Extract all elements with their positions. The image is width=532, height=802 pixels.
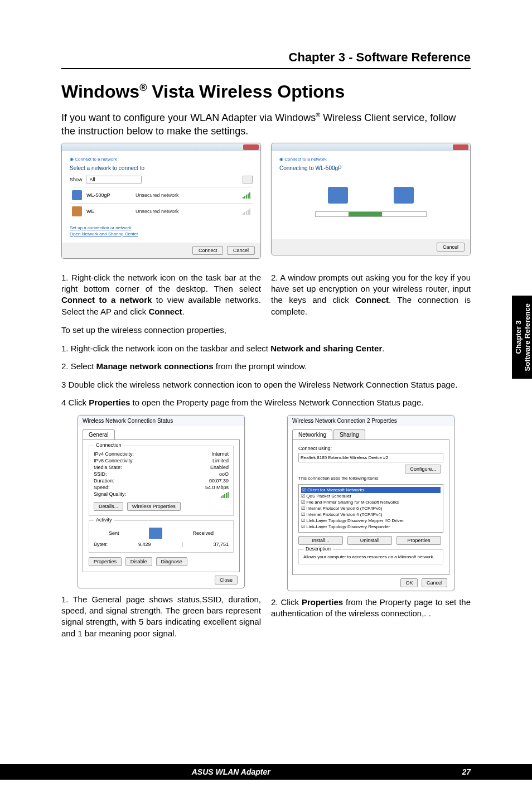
list-item[interactable]: QoS Packet Scheduler <box>301 493 441 499</box>
ipv6-label: IPv6 Connectivity: <box>94 458 134 463</box>
connect-using-label: Connect using: <box>298 446 443 451</box>
disable-button[interactable]: Disable <box>125 557 152 566</box>
list-item[interactable]: Link-Layer Topology Discovery Responder <box>301 524 441 530</box>
wireless-props-button[interactable]: Wireless Properties <box>127 502 181 511</box>
connection-items-list[interactable]: Client for Microsoft Networks QoS Packet… <box>298 484 443 533</box>
signal-bars-icon <box>243 208 250 215</box>
list-bold: Manage network connections <box>96 361 214 371</box>
side-tab: Chapter 3 Software Reference <box>512 296 532 379</box>
list-item-4: 4 Click Properties to open the Property … <box>61 397 471 409</box>
list-num: 1. <box>61 344 71 353</box>
caption-num: 1. <box>61 595 72 604</box>
show-label: Show <box>70 177 83 182</box>
status-dialog: Wireless Network Connection Status Gener… <box>78 415 245 588</box>
network-row[interactable]: WL-500gP Unsecured network <box>70 187 253 203</box>
intro-a: If you want to configure your WLAN Adapt… <box>61 112 316 123</box>
tab-networking[interactable]: Networking <box>292 429 332 439</box>
list-item[interactable]: File and Printer Sharing for Microsoft N… <box>301 499 441 505</box>
list-text: Select <box>71 361 96 371</box>
install-button[interactable]: Install... <box>298 536 343 545</box>
list-item[interactable]: Internet Protocol Version 4 (TCP/IPv4) <box>301 511 441 518</box>
connect-button[interactable]: Connect <box>192 246 224 255</box>
dialog-titlebar <box>62 143 260 151</box>
open-center-link[interactable]: Open Network and Sharing Center <box>70 231 253 237</box>
cap1-bold: Connect to a network <box>61 295 152 305</box>
list-text: to open the Property page from the Wirel… <box>130 398 423 407</box>
connect-dialog: ◉ Connect to a network Select a network … <box>61 143 261 259</box>
sent-label: Sent <box>109 530 119 536</box>
uninstall-button[interactable]: Uninstall <box>347 536 392 545</box>
breadcrumb: ◉ Connect to a network <box>70 157 253 162</box>
ipv4-label: IPv4 Connectivity: <box>94 451 134 457</box>
cap1-c: . <box>182 307 184 316</box>
cancel-button[interactable]: Cancel <box>422 578 447 587</box>
setup-link[interactable]: Set up a connection or network <box>70 225 253 231</box>
bytes-label: Bytes: <box>94 542 108 547</box>
list-num: 4 <box>61 398 69 407</box>
ipv6-value: Limited <box>212 458 229 463</box>
computer-icon <box>394 187 414 204</box>
activity-icon <box>149 528 162 539</box>
received-label: Received <box>192 530 214 536</box>
dur-label: Duration: <box>94 478 114 484</box>
desc-text: Allows your computer to access resources… <box>303 554 438 559</box>
bytes-recv: 37,751 <box>213 542 229 547</box>
cap1-bold2: Connect <box>148 307 182 316</box>
ok-button[interactable]: OK <box>400 578 418 587</box>
dialog-titlebar <box>272 143 470 151</box>
items-label: This connection uses the following items… <box>298 476 443 481</box>
refresh-button[interactable] <box>243 176 253 183</box>
close-button[interactable]: Close <box>215 576 238 584</box>
bytes-sent: 9,429 <box>138 542 151 547</box>
caption-2: 2. A window prompts out asking you for t… <box>271 272 471 317</box>
details-button[interactable]: Details... <box>94 502 123 511</box>
footer-bar: ASUS WLAN Adapter 27 <box>0 764 532 780</box>
list-item[interactable]: Client for Microsoft Networks <box>301 487 441 493</box>
properties-button[interactable]: Properties <box>396 536 441 545</box>
desc-label: Description <box>303 546 333 552</box>
dialog-heading: Select a network to connect to <box>70 165 253 171</box>
dialog-title: Wireless Network Connection 2 Properties <box>288 416 454 426</box>
configure-button[interactable]: Configure... <box>405 465 441 474</box>
computer-icon <box>328 187 348 204</box>
ipv4-value: Internet <box>211 451 229 457</box>
dialog-heading: Connecting to WL-500gP <box>279 165 462 171</box>
signal-bars-icon <box>221 491 229 498</box>
cancel-button[interactable]: Cancel <box>437 243 465 252</box>
breadcrumb-text: Connect to a network <box>284 157 327 162</box>
progress-bar <box>315 211 427 217</box>
list-bold: Network and sharing Center <box>270 344 382 353</box>
cancel-button[interactable]: Cancel <box>227 246 255 255</box>
list-item[interactable]: Internet Protocol Version 6 (TCP/IPv6) <box>301 505 441 511</box>
properties-button[interactable]: Properties <box>89 557 122 566</box>
intro-text: If you want to configure your WLAN Adapt… <box>61 111 471 138</box>
props-dialog: Wireless Network Connection 2 Properties… <box>287 415 454 591</box>
dur-value: 00:07:39 <box>209 478 229 484</box>
list-item[interactable]: Link-Layer Topology Discovery Mapper I/O… <box>301 518 441 524</box>
tab-general[interactable]: General <box>83 429 115 439</box>
cap4-bold: Properties <box>302 597 343 607</box>
network-icon <box>72 190 82 200</box>
caption-1: 1. Right-click the network icon on the t… <box>61 272 261 317</box>
network-row[interactable]: WE Unsecured network <box>70 203 253 219</box>
show-dropdown[interactable]: All <box>86 176 142 183</box>
adapter-name: Realtek 8185 Extensible Wireless Device … <box>298 453 443 462</box>
caption-3: 1. The General page shows status,SSID, d… <box>61 594 261 639</box>
network-name: WL-500gP <box>86 192 131 198</box>
side-tab-chapter: Chapter 3 <box>514 321 523 354</box>
network-type: Unsecured network <box>136 209 238 214</box>
breadcrumb: ◉ Connect to a network <box>279 157 462 162</box>
diagnose-button[interactable]: Diagnose <box>156 557 187 566</box>
caption-num: 1. <box>61 273 71 282</box>
list-item-2: 2. Select Manage network connections fro… <box>61 360 471 373</box>
caption-4: 2. Click Properties from the Property pa… <box>271 597 471 620</box>
network-icon <box>72 206 82 216</box>
cap4-a: Click <box>280 597 301 607</box>
footer-page: 27 <box>462 767 471 776</box>
fieldset-activity: Activity <box>94 517 114 523</box>
side-tab-title: Software Reference <box>523 303 531 371</box>
list-text: Right-click the network icon on the task… <box>71 344 271 353</box>
tab-sharing[interactable]: Sharing <box>333 429 365 439</box>
caption-num: 2. <box>271 597 280 607</box>
list-text: Double click the wireless network connec… <box>69 380 458 389</box>
